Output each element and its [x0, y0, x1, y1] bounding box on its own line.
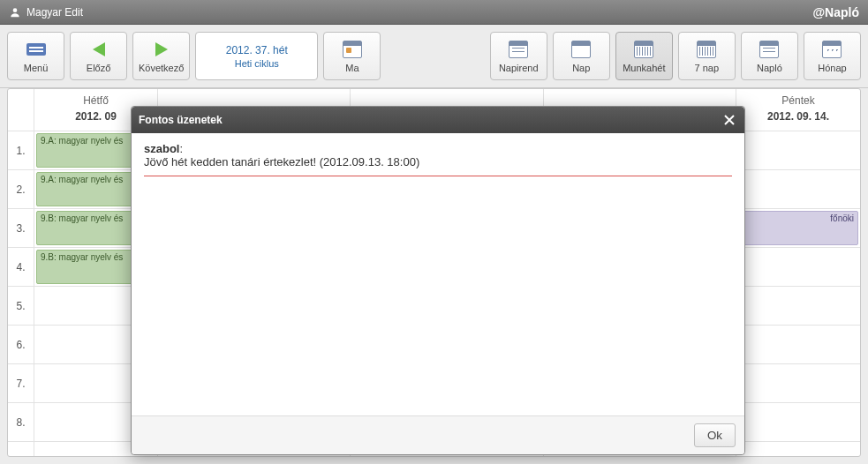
prev-button[interactable]: Előző — [70, 32, 127, 80]
svg-point-0 — [13, 8, 18, 12]
message-sender: szabol — [144, 142, 179, 155]
day-name: Hétfő — [34, 94, 157, 107]
hour-1: 1. — [8, 131, 34, 170]
modal-titlebar[interactable]: Fontos üzenetek — [132, 107, 744, 133]
calendar-today-icon — [343, 41, 362, 58]
toolbar: Menü Előző Következő 2012. 37. hét Heti … — [0, 25, 868, 88]
workweek-label: Munkahét — [623, 63, 665, 73]
calendar-day-icon — [571, 41, 591, 58]
hour-8: 8. — [8, 403, 34, 442]
journal-label: Napló — [757, 63, 782, 73]
hour-6: 6. — [8, 326, 34, 364]
modal-title: Fontos üzenetek — [139, 114, 223, 126]
arrow-left-icon — [93, 42, 105, 56]
month-label: Hónap — [818, 63, 846, 73]
calendar-workweek-icon — [634, 41, 653, 58]
message-body: Jövő hét kedden tanári értekezlet! (2012… — [144, 155, 732, 168]
modal-body: szabol: Jövő hét kedden tanári értekezle… — [132, 133, 744, 415]
toolbar-spacer — [386, 32, 484, 80]
message-separator — [144, 176, 732, 176]
calendar-month-icon — [822, 41, 842, 58]
agenda-button[interactable]: Napirend — [490, 32, 547, 80]
day-date: 2012. 09. 14. — [736, 110, 860, 123]
hour-3: 3. — [8, 209, 34, 248]
hour-4: 4. — [8, 248, 34, 287]
arrow-right-icon — [155, 42, 168, 56]
today-button[interactable]: Ma — [323, 32, 381, 80]
hour-5: 5. — [8, 287, 34, 326]
menu-button[interactable]: Menü — [7, 32, 64, 80]
agenda-label: Napirend — [499, 63, 539, 73]
topbar: Magyar Edit @Napló — [0, 0, 868, 25]
day-friday: Péntek 2012. 09. 14. főnöki — [736, 89, 860, 456]
user-icon — [9, 6, 21, 19]
close-button[interactable] — [721, 112, 737, 128]
close-icon — [724, 115, 735, 125]
colon: : — [179, 142, 183, 155]
workweek-button[interactable]: Munkahét — [615, 32, 673, 80]
week-selector[interactable]: 2012. 37. hét Heti ciklus — [195, 32, 318, 80]
journal-button[interactable]: Napló — [741, 32, 798, 80]
sevendays-label: 7 nap — [695, 63, 720, 73]
week-title: 2012. 37. hét — [226, 44, 288, 56]
week-subtitle: Heti ciklus — [235, 58, 279, 69]
username: Magyar Edit — [26, 6, 83, 19]
next-button[interactable]: Következő — [132, 32, 190, 80]
calendar-agenda-icon — [509, 41, 528, 58]
day-name: Péntek — [736, 94, 860, 107]
lesson[interactable]: főnöki — [738, 211, 858, 245]
modal-footer: Ok — [132, 415, 744, 454]
day-label: Nap — [572, 63, 590, 73]
menu-label: Menü — [24, 63, 49, 73]
ok-button[interactable]: Ok — [694, 423, 736, 447]
app-name: @Napló — [812, 5, 859, 19]
hour-7: 7. — [8, 364, 34, 403]
menu-icon — [26, 43, 46, 56]
today-label: Ma — [345, 63, 359, 73]
next-label: Következő — [139, 63, 184, 73]
prev-label: Előző — [87, 63, 111, 73]
month-button[interactable]: Hónap — [804, 32, 861, 80]
hour-2: 2. — [8, 170, 34, 209]
hour-column: 1. 2. 3. 4. 5. 6. 7. 8. — [8, 89, 34, 456]
messages-modal: Fontos üzenetek szabol: Jövő hét kedden … — [131, 106, 745, 455]
day-button[interactable]: Nap — [553, 32, 610, 80]
sevendays-button[interactable]: 7 nap — [678, 32, 736, 80]
calendar-7days-icon — [697, 41, 716, 58]
calendar-journal-icon — [759, 41, 779, 58]
